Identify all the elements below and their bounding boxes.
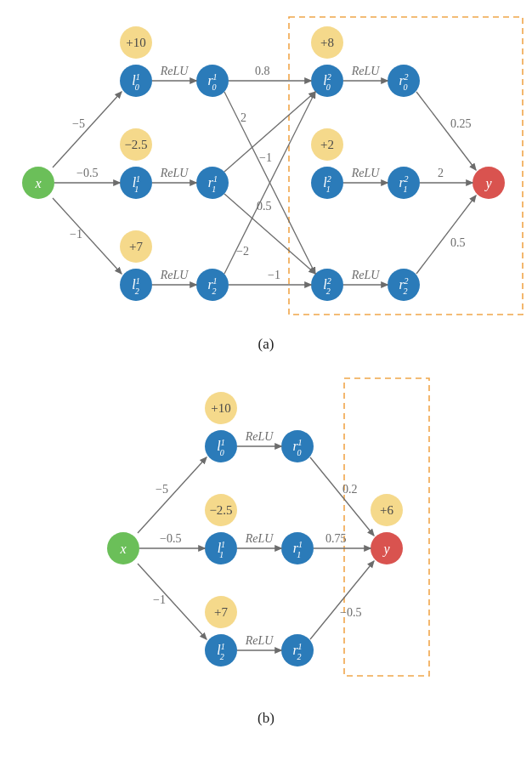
edge-b-r10-y xyxy=(310,457,374,536)
edge-r10-l20-w: 0.8 xyxy=(255,65,270,77)
edge-b-r10-y-w: 0.2 xyxy=(342,483,358,496)
edge-r20-y-w: 0.25 xyxy=(450,117,472,130)
bias-b-l1-2-label: +7 xyxy=(214,605,228,619)
diagram-b: x y +10 −2.5 +7 +6 l10 l11 l12 r10 r11 r… xyxy=(107,378,429,726)
relu-label-b-11: ReLU xyxy=(245,532,274,545)
edge-b-x-l10 xyxy=(138,457,207,533)
relu-label-b-10: ReLU xyxy=(245,430,274,443)
relu-label-20: ReLU xyxy=(351,65,381,77)
relu-label-10: ReLU xyxy=(160,65,190,77)
edge-b-r11-y-w: 0.75 xyxy=(325,532,347,545)
node-y-b-label: y xyxy=(382,542,390,557)
diagram-svg: x y +10 −2.5 +7 +8 +2 l10 xyxy=(0,0,532,760)
relu-label-12: ReLU xyxy=(160,269,190,281)
edge-r10-l22-w: 2 xyxy=(241,111,246,124)
edge-b-r12-y xyxy=(310,561,374,639)
edge-x-l11-w: −0.5 xyxy=(76,167,98,179)
bias-b-y-label: +6 xyxy=(380,503,393,517)
edge-r11-l20-w: −1 xyxy=(259,151,272,164)
edge-r11-l22-w: 0.5 xyxy=(257,200,272,213)
relu-label-11: ReLU xyxy=(160,167,190,179)
edge-r12-l20-w: −2 xyxy=(236,245,249,258)
bias-l2-0-label: +8 xyxy=(320,36,334,49)
bias-b-l1-1-label: −2.5 xyxy=(209,503,232,517)
highlight-box-b xyxy=(344,378,429,676)
bias-l2-1-label: +2 xyxy=(320,138,334,151)
edge-b-x-l12-w: −1 xyxy=(153,593,166,606)
node-x-label: x xyxy=(34,176,41,190)
edge-b-x-l10-w: −5 xyxy=(156,483,168,496)
caption-a: (a) xyxy=(258,336,274,352)
figure-container: x y +10 −2.5 +7 +8 +2 l10 xyxy=(0,0,532,760)
bias-l1-2-label: +7 xyxy=(129,240,143,253)
edge-b-x-l11-w: −0.5 xyxy=(160,532,181,545)
node-x-b-label: x xyxy=(119,542,126,556)
edge-r22-y xyxy=(416,196,476,274)
bias-l1-1-label: −2.5 xyxy=(124,138,147,151)
diagram-a: x y +10 −2.5 +7 +8 +2 l10 xyxy=(22,17,523,352)
edge-x-l12-w: −1 xyxy=(70,228,82,241)
edge-r21-y-w: 2 xyxy=(438,167,444,179)
edge-x-l12 xyxy=(53,198,122,274)
edge-b-x-l12 xyxy=(138,564,207,639)
edge-b-r12-y-w: −0.5 xyxy=(340,606,361,619)
relu-label-b-12: ReLU xyxy=(245,634,274,647)
bias-l1-0-label: +10 xyxy=(126,36,145,49)
caption-b: (b) xyxy=(258,710,274,726)
node-y-a-label: y xyxy=(484,176,492,191)
edge-r12-l22-w: −1 xyxy=(268,269,280,281)
edge-r22-y-w: 0.5 xyxy=(450,236,466,249)
edge-x-l10-w: −5 xyxy=(72,117,85,130)
bias-b-l1-0-label: +10 xyxy=(211,401,230,415)
relu-label-21: ReLU xyxy=(351,167,381,179)
edge-x-l10 xyxy=(53,92,122,167)
relu-label-22: ReLU xyxy=(351,269,381,281)
edge-r20-y xyxy=(416,92,476,170)
